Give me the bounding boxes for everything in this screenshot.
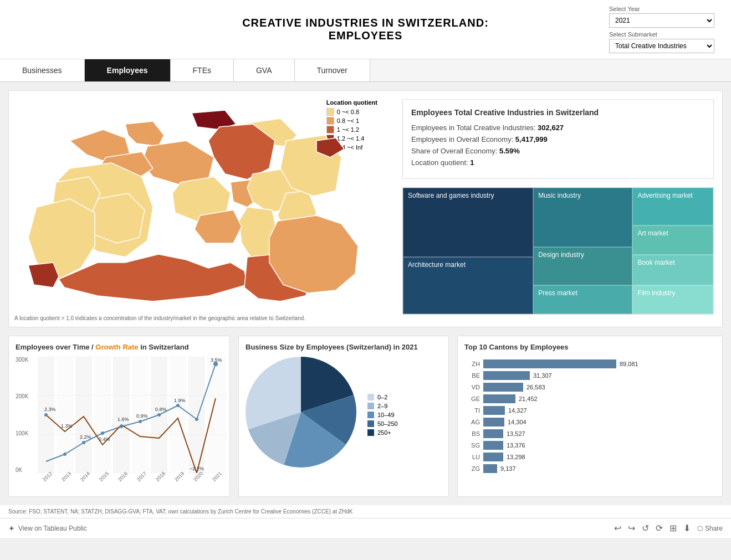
treemap-music: Music industry (533, 188, 632, 247)
tableau-icon: ✦ (8, 524, 15, 533)
bar-row-ge: GE 21,452 (464, 394, 715, 403)
share-button[interactable]: ⬡ Share (697, 525, 723, 532)
y-label-200k: 200K (16, 393, 28, 399)
bar-value-ge: 21,452 (519, 395, 538, 402)
canton-ge (28, 263, 59, 287)
bar-row-vd: VD 26,583 (464, 383, 715, 392)
main-content: Location quotient 0 ~< 0.8 0.8 ~< 1 1 ~<… (0, 82, 731, 505)
svg-text:0.4%: 0.4% (99, 436, 110, 442)
footer-right: ↩ ↪ ↺ ⟳ ⊞ ⬇ ⬡ Share (614, 523, 723, 533)
pie-legend-2-9: 2–9 (367, 403, 398, 409)
bar-value-be: 31,307 (533, 372, 552, 379)
treemap-book: Book market (632, 255, 713, 285)
stat-label-1: Employees in Total Creative Industries: (411, 124, 538, 132)
pie-chart-title: Business Size by Employees (Switzerland)… (246, 343, 442, 351)
submarket-control: Select Submarket Total Creative Industri… (609, 31, 720, 53)
svg-point-16 (82, 441, 85, 444)
treemap-film: Film industry (632, 285, 713, 314)
bar-fill-sg (483, 441, 503, 450)
map-svg (14, 96, 375, 307)
stat-employees-oe: Employees in Overall Economy: 5,417,999 (411, 135, 705, 143)
stat-value-3: 5.59% (499, 147, 520, 155)
switzerland-map (14, 96, 380, 312)
svg-rect-6 (75, 357, 92, 473)
undo-button[interactable]: ↩ (614, 523, 621, 533)
svg-text:0.8%: 0.8% (155, 407, 167, 412)
y-label-100k: 100K (16, 430, 28, 436)
svg-point-17 (101, 431, 104, 435)
footer-source: Source: FSO, STATENT, NA; STATZH, DISAGG… (0, 505, 731, 518)
bar-row-lu: LU 13,298 (464, 453, 715, 461)
svg-text:−2.2%: −2.2% (190, 466, 204, 471)
svg-point-20 (157, 413, 161, 417)
x-axis-labels: 2012 2013 2014 2015 2016 2017 2018 2019 … (38, 476, 226, 484)
pie-color-2-9 (367, 403, 374, 409)
bar-fill-bs (483, 429, 503, 438)
treemap-architecture: Architecture market (403, 257, 533, 314)
submarket-label: Select Submarket (609, 31, 720, 38)
bar-value-zg: 9,137 (500, 465, 516, 472)
year-label: Select Year (609, 6, 720, 12)
year-select[interactable]: 2021 (609, 13, 714, 28)
bar-label-bs: BS (464, 430, 480, 437)
redo-button[interactable]: ↪ (628, 523, 635, 533)
bar-fill-ag (483, 418, 504, 427)
y-label-0k: 0K (16, 467, 28, 473)
pie-legend: 0–2 2–9 10–49 50–250 (367, 394, 398, 436)
tab-gva[interactable]: GVA (234, 59, 295, 81)
growth-rate-link[interactable]: Growth Rate (95, 343, 138, 351)
submarket-select[interactable]: Total Creative Industries (609, 39, 714, 53)
bar-label-zh: ZH (464, 361, 480, 367)
canton-gr (269, 215, 358, 293)
line-chart-title-start: Employees over Time / (16, 343, 95, 351)
bar-row-ti: TI 14,327 (464, 406, 715, 415)
stat-label-2: Employees in Overall Economy: (411, 135, 515, 143)
view-mode-button[interactable]: ⊞ (669, 523, 677, 533)
pie-legend-250plus: 250+ (367, 429, 398, 436)
stat-employees-ci: Employees in Total Creative Industries: … (411, 124, 705, 132)
tab-turnover[interactable]: Turnover (295, 59, 371, 81)
treemap-col2: Music industry Design industry Press mar… (533, 188, 632, 314)
bar-label-lu: LU (464, 454, 480, 460)
refresh-button[interactable]: ⟳ (656, 523, 663, 533)
svg-text:3.5%: 3.5% (211, 357, 222, 363)
pie-label-2-9: 2–9 (377, 403, 387, 409)
stat-label-3: Share of Overall Economy: (411, 147, 499, 155)
bar-fill-zg (483, 464, 497, 473)
bar-value-zh: 89,081 (620, 361, 638, 367)
treemap-advertising: Advertising market (632, 188, 713, 225)
svg-point-15 (63, 453, 67, 456)
bar-chart-box: Top 10 Cantons by Employees ZH 89,081 BE… (457, 336, 723, 497)
svg-point-21 (176, 404, 180, 407)
treemap-col1: Software and games industry Architecture… (403, 188, 533, 314)
source-text: Source: FSO, STATENT, NA; STATZH, DISAGG… (8, 508, 352, 515)
bar-label-ge: GE (464, 395, 480, 402)
footer-bar: ✦ View on Tableau Public ↩ ↪ ↺ ⟳ ⊞ ⬇ ⬡ S… (0, 518, 731, 538)
tab-ftes[interactable]: FTEs (171, 59, 234, 81)
stat-value-1: 302,627 (538, 124, 564, 132)
stat-label-4: Location quotient: (411, 158, 470, 167)
pie-color-10-49 (367, 412, 374, 418)
svg-point-22 (195, 418, 198, 421)
svg-rect-13 (207, 357, 226, 473)
bar-fill-be (483, 371, 530, 380)
line-chart-area: 2.3% 1.3% 2.2% 0.4% 1.6% 0.9% 0.8% 1.9% … (16, 357, 223, 490)
top-section: Location quotient 0 ~< 0.8 0.8 ~< 1 1 ~<… (8, 90, 723, 327)
tab-businesses[interactable]: Businesses (0, 59, 85, 81)
reset-button[interactable]: ↺ (642, 523, 649, 533)
share-label: Share (705, 525, 723, 532)
treemap-art: Art market (632, 225, 713, 254)
stat-value-2: 5,417,999 (515, 135, 548, 143)
tab-bar: Businesses Employees FTEs GVA Turnover (0, 59, 731, 82)
bar-value-ti: 14,327 (508, 407, 527, 414)
svg-text:1.9%: 1.9% (174, 398, 186, 403)
bar-value-sg: 13,376 (507, 442, 525, 449)
bar-value-vd: 26,583 (526, 384, 545, 391)
download-button[interactable]: ⬇ (683, 523, 691, 533)
bar-value-lu: 13,298 (507, 454, 525, 460)
tab-employees[interactable]: Employees (85, 59, 171, 81)
svg-text:1.6%: 1.6% (117, 417, 129, 422)
stat-lq: Location quotient: 1 (411, 158, 705, 167)
view-tableau-link[interactable]: View on Tableau Public (18, 525, 87, 532)
year-control: Select Year 2021 (609, 6, 720, 28)
